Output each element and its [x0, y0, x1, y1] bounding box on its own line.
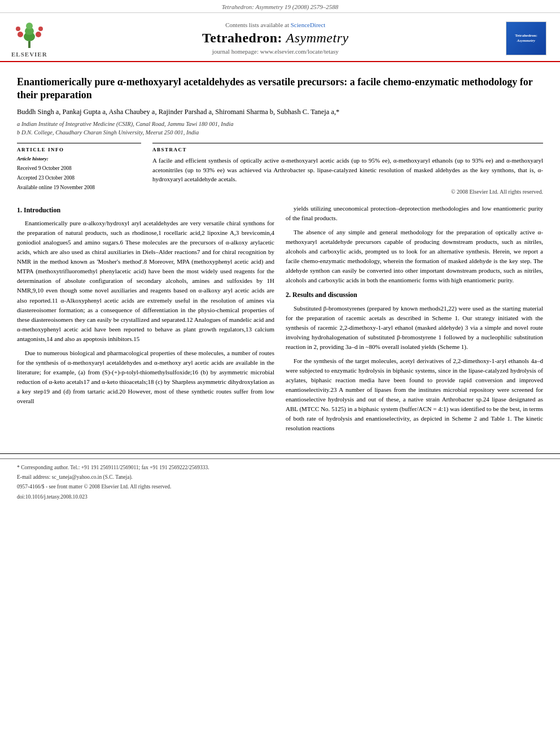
journal-header-center: Contents lists available at ScienceDirec… [47, 21, 504, 55]
accepted-date: Accepted 23 October 2008 [17, 173, 141, 183]
available-date: Available online 19 November 2008 [17, 183, 141, 193]
corresponding-author-note: * Corresponding author. Tel.: +91 191 25… [17, 464, 543, 472]
article-dates: Received 9 October 2008 Accepted 23 Octo… [17, 164, 141, 193]
email-note: E-mail address: sc_taneja@yahoo.co.in (S… [17, 473, 543, 482]
info-abstract-section: ARTICLE INFO Article history: Received 9… [17, 143, 543, 195]
affiliation-b: b D.N. College, Chaudhary Charan Singh U… [17, 128, 543, 137]
body-para-4: The absence of any simple and general me… [286, 228, 543, 285]
body-col-left: 1. Introduction Enantiomerically pure α-… [17, 204, 274, 438]
main-body: 1. Introduction Enantiomerically pure α-… [17, 204, 543, 438]
svg-point-3 [26, 23, 33, 29]
footer-divider [0, 453, 560, 454]
journal-homepage: journal homepage: www.elsevier.com/locat… [59, 48, 492, 55]
journal-italic-text: Asymmetry [286, 30, 349, 45]
elsevier-tree-icon [12, 19, 46, 50]
page-container: Tetrahedron: Asymmetry 19 (2008) 2579–25… [0, 0, 560, 506]
authors-line: Buddh Singh a, Pankaj Gupta a, Asha Chau… [17, 107, 543, 117]
contents-text: Contents lists available at [225, 21, 289, 28]
body-para-6: For the synthesis of the target molecule… [286, 356, 543, 433]
journal-header: ELSEVIER Contents lists available at Sci… [0, 13, 560, 62]
article-content: Enantiomerically pure α-methoxyaryl acet… [0, 62, 560, 449]
abstract-box: ABSTRACT A facile and efficient synthesi… [152, 143, 543, 195]
elsevier-label: ELSEVIER [11, 51, 47, 58]
affiliations: a Indian Institute of Integrative Medici… [17, 120, 543, 138]
article-info-box: ARTICLE INFO Article history: Received 9… [17, 143, 141, 193]
body-para-1: Enantiomerically pure α-alkoxy/hydroxyl … [17, 219, 274, 344]
footer: * Corresponding author. Tel.: +91 191 25… [0, 458, 560, 506]
section2-title: 2. Results and discussion [286, 290, 543, 300]
abstract-label: ABSTRACT [152, 147, 543, 152]
body-para-2: Due to numerous biological and pharmacol… [17, 348, 274, 406]
authors-text: Buddh Singh a, Pankaj Gupta a, Asha Chau… [17, 108, 339, 116]
svg-point-6 [16, 27, 20, 31]
copyright-line: © 2008 Elsevier Ltd. All rights reserved… [152, 189, 543, 195]
affiliation-a: a Indian Institute of Integrative Medici… [17, 120, 543, 129]
doi-note: doi:10.1016/j.tetasy.2008.10.023 [17, 493, 543, 501]
journal-thumbnail: Tetrahedron:Asymmetry [504, 21, 549, 55]
article-info-column: ARTICLE INFO Article history: Received 9… [17, 143, 141, 195]
article-title: Enantiomerically pure α-methoxyaryl acet… [17, 76, 543, 102]
body-para-5: Substituted β-bromostyrenes (prepared by… [286, 304, 543, 352]
thumb-title: Tetrahedron:Asymmetry [515, 33, 537, 43]
abstract-text: A facile and efficient synthesis of opti… [152, 156, 543, 184]
journal-title: Tetrahedron: Asymmetry [59, 30, 492, 46]
journal-thumb-box: Tetrahedron:Asymmetry [506, 21, 546, 55]
svg-point-7 [38, 27, 43, 31]
article-info-title: ARTICLE INFO [17, 147, 141, 152]
sciencedirect-line: Contents lists available at ScienceDirec… [59, 21, 492, 28]
received-date: Received 9 October 2008 [17, 164, 141, 173]
article-history-label: Article history: [17, 156, 141, 161]
section1-title: 1. Introduction [17, 205, 274, 216]
svg-point-5 [36, 32, 41, 37]
sciencedirect-link[interactable]: ScienceDirect [291, 21, 326, 28]
svg-rect-0 [28, 41, 30, 48]
journal-title-text: Tetrahedron: [202, 30, 286, 45]
elsevier-logo: ELSEVIER [11, 19, 47, 58]
body-para-3: yields utilizing uneconomical protection… [286, 204, 543, 223]
journal-citation: Tetrahedron: Asymmetry 19 (2008) 2579–25… [0, 0, 560, 13]
abstract-column: ABSTRACT A facile and efficient synthesi… [152, 143, 543, 195]
svg-point-4 [18, 32, 23, 37]
citation-text: Tetrahedron: Asymmetry 19 (2008) 2579–25… [222, 3, 339, 10]
body-col-right: yields utilizing uneconomical protection… [286, 204, 543, 438]
issn-note: 0957-4166/$ - see front matter © 2008 El… [17, 483, 543, 491]
